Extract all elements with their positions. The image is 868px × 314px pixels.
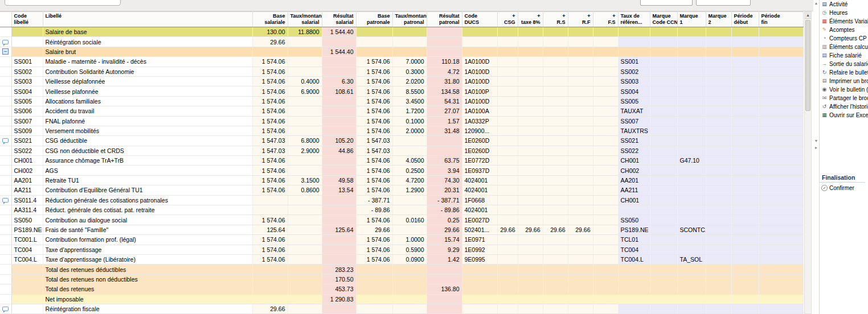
cell-taxe8[interactable]	[518, 274, 543, 284]
cell-res_sal[interactable]: 1 290.83	[322, 294, 356, 304]
cell-marque2[interactable]	[706, 126, 731, 135]
cell-rf[interactable]	[568, 274, 593, 284]
cell-rs[interactable]	[543, 96, 568, 106]
sidebar-item-heures[interactable]: ◷Heures	[820, 9, 868, 17]
cell-ducs[interactable]: 1A0100D	[462, 76, 497, 86]
cell-marque2[interactable]	[706, 146, 731, 155]
cell-rf[interactable]	[568, 126, 593, 135]
cell-marque2[interactable]	[706, 67, 731, 76]
cell-taxe8[interactable]	[518, 37, 543, 47]
column-header-marque2[interactable]: Marque2	[706, 12, 731, 27]
cell-label[interactable]: Réduction générale des cotisations patro…	[43, 195, 252, 205]
sidebar-item-acomptes[interactable]: ✎Acomptes	[820, 26, 868, 34]
cell-periode_debut[interactable]	[731, 294, 759, 304]
cell-taux_sal[interactable]	[288, 274, 322, 284]
cell-base_pat[interactable]: 1 574.06	[356, 96, 392, 106]
sidebar-item-ouvrir-excel[interactable]: ▦Ouvrir sur Excel	[820, 111, 868, 119]
cell-res_sal[interactable]	[322, 106, 356, 116]
cell-res_sal[interactable]	[322, 304, 356, 313]
cell-periode_fin[interactable]	[759, 76, 803, 86]
cell-ducs[interactable]: 1E0772D	[462, 156, 497, 166]
cell-taxe8[interactable]	[518, 76, 543, 86]
cell-taux_ref[interactable]: SS004	[618, 86, 650, 96]
cell-rs[interactable]	[543, 116, 568, 126]
cell-base_pat[interactable]: 1 574.06	[356, 57, 392, 67]
column-header-rs[interactable]: +R.S	[543, 12, 568, 27]
cell-label[interactable]: Taxe d'apprentissage	[43, 245, 252, 254]
cell-marque2[interactable]	[706, 284, 731, 294]
cell-periode_fin[interactable]	[759, 96, 803, 106]
cell-csg[interactable]	[497, 215, 518, 225]
cell-code[interactable]: SS006	[11, 106, 43, 116]
cell-base_sal[interactable]: 1 574.06	[252, 175, 288, 185]
cell-taxe8[interactable]: 29.66	[518, 225, 543, 234]
comment-icon[interactable]	[2, 307, 9, 311]
cell-periode_fin[interactable]	[759, 27, 803, 37]
cell-fs[interactable]	[593, 284, 618, 294]
cell-periode_debut[interactable]	[731, 86, 759, 96]
cell-base_sal[interactable]: 1 574.06	[252, 215, 288, 225]
cell-rf[interactable]	[568, 294, 593, 304]
cell-marque2[interactable]	[706, 86, 731, 96]
cell-base_sal[interactable]: 1 547.03	[252, 136, 288, 146]
cell-periode_fin[interactable]	[759, 195, 803, 205]
cell-periode_debut[interactable]	[731, 136, 759, 146]
cell-base_sal[interactable]	[252, 294, 288, 304]
cell-res_pat[interactable]	[427, 136, 462, 146]
cell-csg[interactable]	[497, 67, 518, 76]
cell-label[interactable]: Contribution au dialogue social	[43, 215, 252, 225]
sidebar-item-partager-brouillon[interactable]: ✉Partager le brou	[820, 94, 868, 102]
cell-taux_pat[interactable]	[392, 146, 427, 155]
cell-marque2[interactable]	[706, 47, 731, 56]
cell-base_sal[interactable]	[252, 284, 288, 294]
cell-base_pat[interactable]: 1 574.06	[356, 215, 392, 225]
cell-ducs[interactable]: 120900...	[462, 126, 497, 135]
cell-label[interactable]: Vieillesse déplafonnée	[43, 76, 252, 86]
cell-res_pat[interactable]: 4.72	[427, 67, 462, 76]
cell-res_sal[interactable]	[322, 57, 356, 67]
cell-rs[interactable]	[543, 284, 568, 294]
cell-ducs[interactable]: 9E0995	[462, 254, 497, 264]
cell-res_pat[interactable]: 9.29	[427, 245, 462, 254]
column-header-taux_sal[interactable]: Taux/montantsalarial	[288, 12, 322, 27]
cell-rs[interactable]	[543, 205, 568, 215]
cell-code[interactable]: SS004	[11, 86, 43, 96]
cell-marque2[interactable]	[706, 215, 731, 225]
cell-rf[interactable]	[568, 215, 593, 225]
column-header-res_sal[interactable]: Résultatsalarial	[322, 12, 356, 27]
cell-rf[interactable]	[568, 106, 593, 116]
cell-taux_pat[interactable]: 0.1000	[392, 116, 427, 126]
cell-res_sal[interactable]	[322, 116, 356, 126]
cell-marque2[interactable]	[706, 175, 731, 185]
cell-ducs[interactable]: 1A0100D	[462, 96, 497, 106]
cell-csg[interactable]	[497, 254, 518, 264]
cell-ducs[interactable]: 1A0100D	[462, 57, 497, 67]
cell-periode_fin[interactable]	[759, 245, 803, 254]
cell-marque_ccn[interactable]	[650, 225, 677, 234]
cell-base_pat[interactable]: 1 574.06	[356, 126, 392, 135]
cell-csg[interactable]	[497, 265, 518, 274]
cell-base_pat[interactable]: 1 547.03	[356, 136, 392, 146]
cell-csg[interactable]	[497, 284, 518, 294]
cell-marque_ccn[interactable]	[650, 185, 677, 195]
cell-rs[interactable]	[543, 215, 568, 225]
cell-periode_debut[interactable]	[731, 146, 759, 155]
cell-res_sal[interactable]: 125.64	[322, 225, 356, 234]
cell-taux_pat[interactable]: 2.0000	[392, 126, 427, 135]
cell-marque1[interactable]	[677, 294, 706, 304]
cell-base_sal[interactable]: 1 574.06	[252, 166, 288, 175]
cell-periode_debut[interactable]	[731, 37, 759, 47]
cell-res_sal[interactable]: 453.73	[322, 284, 356, 294]
cell-label[interactable]: Maladie - maternité - invalidité - décès	[43, 57, 252, 67]
cell-fs[interactable]	[593, 47, 618, 56]
cell-rf[interactable]	[568, 156, 593, 166]
cell-base_pat[interactable]	[356, 294, 392, 304]
cell-taux_ref[interactable]: TC004	[618, 245, 650, 254]
cell-marque_ccn[interactable]	[650, 254, 677, 264]
cell-marque_ccn[interactable]	[650, 136, 677, 146]
cell-csg[interactable]	[497, 37, 518, 47]
cell-taux_sal[interactable]: 3.1500	[288, 175, 322, 185]
cell-code[interactable]	[11, 304, 43, 313]
cell-base_pat[interactable]	[356, 284, 392, 294]
cell-taux_sal[interactable]: 2.9000	[288, 146, 322, 155]
